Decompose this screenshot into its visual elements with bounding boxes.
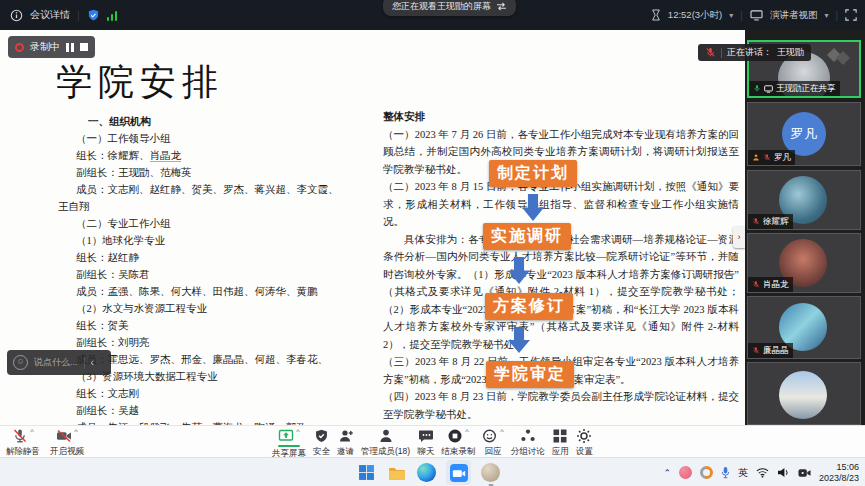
shared-screen-document: 学院安排 一、组织机构 （一）工作领导小组 组长：徐耀辉、肖晶龙 副组长：王现勖… xyxy=(0,30,745,425)
tray-app-icon[interactable] xyxy=(679,466,692,479)
record-stop-icon xyxy=(447,428,463,444)
switch-screen-icon[interactable] xyxy=(496,2,507,11)
monitor-icon xyxy=(750,10,763,21)
document-left-column: 一、组织机构 （一）工作领导小组 组长：徐耀辉、肖晶龙 副组长：王现勖、范梅英 … xyxy=(58,113,342,425)
info-icon[interactable] xyxy=(10,9,23,22)
pause-recording-button[interactable] xyxy=(66,43,74,52)
network-signal-icon[interactable] xyxy=(107,10,118,21)
participant-name: 廉晶晶 xyxy=(763,345,789,357)
participant-name-tag: 王现勖正在共享 xyxy=(749,81,840,96)
ime-language-indicator[interactable]: 英 xyxy=(738,466,748,480)
speaker-icon[interactable] xyxy=(777,467,790,478)
taskbar-app-button[interactable] xyxy=(480,462,501,483)
chevron-up-icon[interactable]: ^ xyxy=(296,428,300,436)
chat-button[interactable]: 聊天 xyxy=(417,428,434,458)
watching-screen-text: 您正在观看王现勖的屏幕 xyxy=(392,0,491,13)
system-tray: ⌃ 英 15:06 2023/8/23 xyxy=(663,458,859,486)
breakout-rooms-button[interactable]: 分组讨论 xyxy=(511,428,545,458)
speaking-label: 正在讲话： xyxy=(727,46,772,59)
start-video-button[interactable]: ^ 开启视频 xyxy=(50,428,84,458)
fullscreen-icon[interactable] xyxy=(845,9,857,21)
video-tile-xuyaohui[interactable]: 徐耀辉 xyxy=(747,170,861,230)
video-tile-lianjingjing[interactable]: 廉晶晶 xyxy=(747,296,861,359)
breakout-group-icon xyxy=(520,428,536,444)
share-screen-button[interactable]: ^ 共享屏幕 xyxy=(272,428,306,460)
camera-icon[interactable] xyxy=(798,468,811,478)
settings-button[interactable]: 设置 xyxy=(576,428,593,458)
clock-time: 15:06 xyxy=(836,462,859,473)
camera-off-icon xyxy=(56,428,72,444)
security-button[interactable]: 安全 xyxy=(313,428,330,458)
document-title: 学院安排 xyxy=(56,58,224,107)
divider xyxy=(84,357,85,369)
mic-muted-icon xyxy=(763,153,771,162)
sync-icon[interactable] xyxy=(700,466,713,479)
participant-name-tag: 徐耀辉 xyxy=(748,214,793,229)
participant-name-tag: 罗凡 xyxy=(748,150,795,165)
file-explorer-button[interactable] xyxy=(386,462,407,483)
participant-name-tag: 廉晶晶 xyxy=(748,343,793,358)
doc-line: 副组长：吴越 xyxy=(58,402,342,419)
stop-recording-button[interactable]: ^ 结束录制 xyxy=(441,428,475,458)
chevron-up-icon[interactable]: ^ xyxy=(500,428,504,436)
emoji-icon[interactable]: ☺ xyxy=(13,355,28,370)
divider: | xyxy=(77,10,80,21)
reactions-button[interactable]: ^ 回应 xyxy=(482,428,504,458)
participant-name: 罗凡 xyxy=(774,152,791,164)
edge-icon xyxy=(417,463,436,482)
sidebar-collapse-handle[interactable]: › xyxy=(733,226,745,248)
recording-dot-icon xyxy=(15,43,24,52)
edge-browser-button[interactable] xyxy=(416,462,437,483)
security-shield-icon[interactable] xyxy=(87,9,100,22)
apps-button[interactable]: 应用 xyxy=(552,428,569,458)
video-tile-partial[interactable] xyxy=(747,362,861,425)
meeting-details-link[interactable]: 会议详情 xyxy=(30,8,70,22)
flow-badge-survey: 实施调研 xyxy=(483,223,571,250)
flow-badge-approve: 学院审定 xyxy=(486,361,574,388)
doc-line: 成员：孟强、陈果、何大样、田伟超、何涛华、黄鹏 xyxy=(58,283,342,300)
tray-mic-icon[interactable] xyxy=(721,466,730,479)
chevron-down-icon[interactable]: ▾ xyxy=(729,11,733,20)
chat-input-placeholder[interactable]: 说点什么... xyxy=(34,356,78,369)
doc-line: （一）工作领导小组 xyxy=(58,130,342,147)
section-heading: 整体安排 xyxy=(383,108,739,126)
active-speaker-banner: 正在讲话： 王现勖 xyxy=(698,44,811,61)
mic-muted-icon xyxy=(752,346,760,355)
person-badge-icon xyxy=(752,153,760,162)
invite-button[interactable]: 邀请 xyxy=(337,428,354,458)
meeting-top-bar: 会议详情 | 您正在观看王现勖的屏幕 12:52(3小时) ▾ | 演讲者视图 xyxy=(0,0,865,30)
unmute-button[interactable]: ^ 解除静音 xyxy=(6,428,40,458)
wifi-icon[interactable] xyxy=(756,467,769,478)
start-button[interactable] xyxy=(356,462,377,483)
taskbar-clock[interactable]: 15:06 2023/8/23 xyxy=(819,462,859,484)
video-tile-luofan[interactable]: 罗凡 罗凡 xyxy=(747,102,861,166)
screen-share-icon xyxy=(764,85,773,93)
chevron-up-icon[interactable]: ^ xyxy=(30,428,34,436)
chevron-up-icon[interactable]: ^ xyxy=(74,428,78,436)
view-mode-selector[interactable]: 演讲者视图 xyxy=(770,9,818,22)
folder-icon xyxy=(388,465,406,481)
tray-expand-chevron[interactable]: ⌃ xyxy=(663,468,671,478)
doc-line: （2）水文与水资源工程专业 xyxy=(58,300,342,317)
video-tile-xiaojinglong[interactable]: 肖晶龙 xyxy=(747,233,861,293)
stop-recording-button[interactable] xyxy=(80,43,88,51)
divider: | xyxy=(740,10,743,21)
meeting-app-button[interactable] xyxy=(446,460,471,485)
participant-name: 徐耀辉 xyxy=(763,216,789,228)
doc-line-prefix: 组长：徐耀辉、 xyxy=(76,150,150,161)
manage-members-button[interactable]: 管理成员(18) xyxy=(361,428,410,458)
chevron-up-icon[interactable]: ^ xyxy=(465,428,469,436)
doc-line: （二）专业工作小组 xyxy=(58,215,342,232)
recording-status: 录制中 xyxy=(30,40,60,54)
doc-line: 组长：文志刚 xyxy=(58,385,342,402)
divider xyxy=(721,48,722,58)
doc-line: 组长：徐耀辉、肖晶龙 xyxy=(58,147,342,164)
participants-sidebar: 王现勖正在共享 罗凡 罗凡 徐耀辉 肖晶龙 xyxy=(745,30,865,425)
watermark-logo xyxy=(829,50,851,64)
doc-paragraph: （四）2023 年 8 月 23 日前，学院教学委员会副主任形成学院论证材料，提… xyxy=(383,388,739,423)
highlighted-name: 肖晶龙 xyxy=(150,150,182,162)
collapse-chevron-icon[interactable]: ‹ xyxy=(91,357,94,368)
quick-chat-bar[interactable]: ☺ 说点什么... ‹ xyxy=(7,350,111,375)
chevron-down-icon[interactable]: ▾ xyxy=(824,11,828,20)
meeting-app-icon xyxy=(450,464,468,482)
